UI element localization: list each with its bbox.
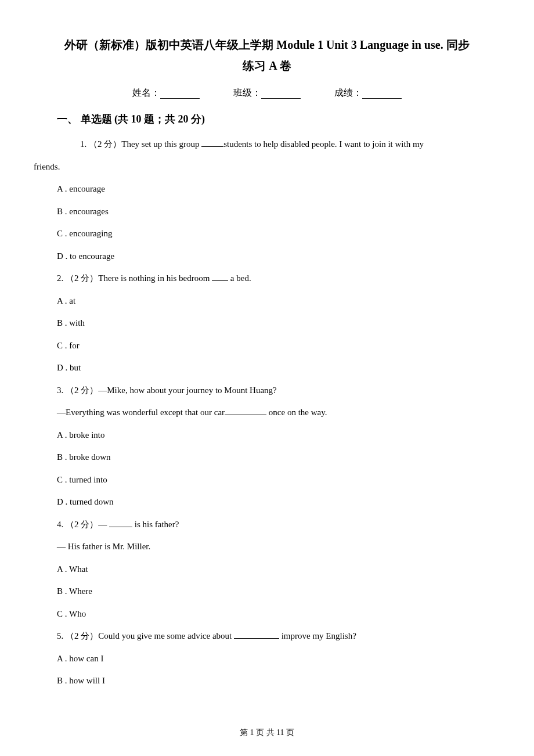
q4-stem: 4. （2 分）— is his father? bbox=[57, 518, 500, 531]
doc-title-line2: 练习 A 卷 bbox=[34, 57, 500, 74]
q3-sub-suffix: once on the way. bbox=[266, 408, 327, 417]
q2-option-d[interactable]: D . but bbox=[57, 361, 500, 375]
q4-option-c[interactable]: C . Who bbox=[57, 607, 500, 621]
q3-blank[interactable] bbox=[225, 408, 266, 415]
q3-option-d[interactable]: D . turned down bbox=[57, 495, 500, 509]
q4-stem-prefix: 4. （2 分）— bbox=[57, 520, 109, 529]
section-1-title: 一、 单选题 (共 10 题；共 20 分) bbox=[57, 111, 500, 127]
q2-stem: 2. （2 分）There is nothing in his bedroom … bbox=[57, 272, 500, 285]
doc-title-line1: 外研（新标准）版初中英语八年级上学期 Module 1 Unit 3 Langu… bbox=[34, 35, 500, 55]
class-blank[interactable] bbox=[261, 89, 301, 99]
q2-option-a[interactable]: A . at bbox=[57, 294, 500, 308]
q5-option-b[interactable]: B . how will I bbox=[57, 674, 500, 687]
q1-stem-suffix: students to help disabled people. I want… bbox=[223, 139, 424, 149]
q3-stem: 3. （2 分）—Mike, how about your journey to… bbox=[57, 384, 500, 397]
q3-option-c[interactable]: C . turned into bbox=[57, 473, 500, 487]
q2-option-b[interactable]: B . with bbox=[57, 316, 500, 330]
name-label: 姓名： bbox=[132, 88, 160, 98]
q5-option-a[interactable]: A . how can I bbox=[57, 652, 500, 665]
q3-option-a[interactable]: A . broke into bbox=[57, 429, 500, 442]
q3-sub: —Everything was wonderful except that ou… bbox=[57, 406, 500, 419]
q2-stem-suffix: a bed. bbox=[228, 273, 251, 283]
q1-option-d[interactable]: D . to encourage bbox=[57, 250, 500, 263]
q4-option-b[interactable]: B . Where bbox=[57, 585, 500, 598]
q5-stem-suffix: improve my English? bbox=[279, 631, 356, 640]
q3-sub-prefix: —Everything was wonderful except that ou… bbox=[57, 408, 225, 417]
q1-option-a[interactable]: A . encourage bbox=[57, 182, 500, 196]
q2-stem-prefix: 2. （2 分）There is nothing in his bedroom bbox=[57, 273, 212, 283]
page-footer: 第 1 页 共 11 页 bbox=[0, 726, 534, 739]
q1-option-c[interactable]: C . encouraging bbox=[57, 227, 500, 240]
score-blank[interactable] bbox=[362, 89, 402, 99]
q1-stem-prefix: 1. （2 分）They set up this group bbox=[80, 139, 201, 149]
q5-stem: 5. （2 分）Could you give me some advice ab… bbox=[57, 629, 500, 643]
q4-blank[interactable] bbox=[109, 520, 132, 527]
q1-blank[interactable] bbox=[201, 139, 223, 147]
q4-option-a[interactable]: A . What bbox=[57, 563, 500, 576]
q1-stem: 1. （2 分）They set up this group students … bbox=[34, 138, 500, 151]
q3-option-b[interactable]: B . broke down bbox=[57, 451, 500, 464]
score-label: 成绩： bbox=[334, 88, 362, 98]
q1-option-b[interactable]: B . encourages bbox=[57, 205, 500, 218]
q5-blank[interactable] bbox=[234, 631, 279, 639]
q4-stem-suffix: is his father? bbox=[132, 520, 179, 529]
student-info-row: 姓名： 班级： 成绩： bbox=[34, 86, 500, 100]
q2-blank[interactable] bbox=[212, 273, 228, 281]
q5-stem-prefix: 5. （2 分）Could you give me some advice ab… bbox=[57, 631, 234, 640]
name-blank[interactable] bbox=[160, 89, 200, 99]
q1-stem-line2: friends. bbox=[34, 160, 500, 174]
q2-option-c[interactable]: C . for bbox=[57, 339, 500, 352]
q4-sub: — His father is Mr. Miller. bbox=[57, 540, 500, 553]
class-label: 班级： bbox=[233, 88, 261, 98]
